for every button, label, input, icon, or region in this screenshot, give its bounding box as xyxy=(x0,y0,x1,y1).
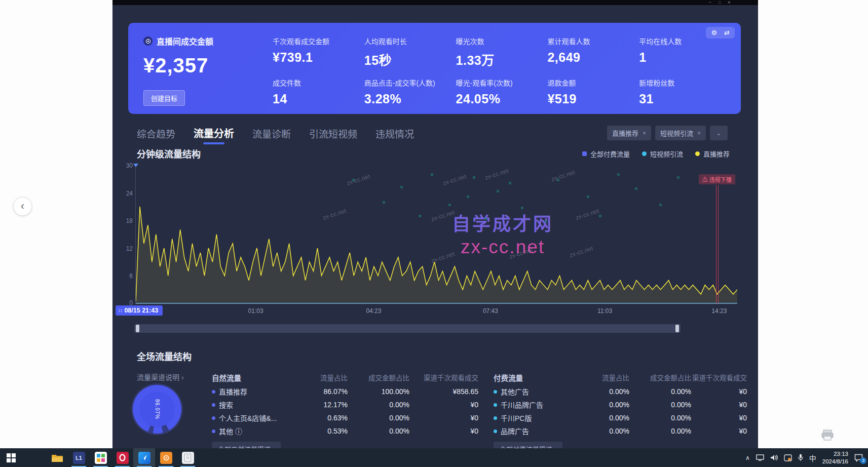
folder-icon xyxy=(51,453,63,463)
primary-metric-label: 直播间成交金额 xyxy=(143,35,273,47)
x-tick: 07:43 xyxy=(483,307,498,315)
system-tray: ∧ 中 23:13 2024/8/16 3 xyxy=(745,448,868,467)
donut-center: 86.07% xyxy=(139,392,175,427)
swap-icon[interactable]: ⇄ xyxy=(724,29,730,36)
taskbar-app-opera[interactable] xyxy=(111,448,133,467)
table-row[interactable]: 品牌广告 0.00% 0.00% ¥0 xyxy=(494,424,747,438)
metric-cell: 成交件数 14 xyxy=(273,77,359,106)
filter-chip-short-video[interactable]: 短视频引流 × xyxy=(655,126,706,140)
table-row[interactable]: 千川PC版 0.00% 0.00% ¥0 xyxy=(494,411,747,424)
metric-cell: 人均观看时长 15秒 xyxy=(364,36,451,68)
snip-tool-icon[interactable] xyxy=(784,454,792,461)
decor-speck xyxy=(467,196,469,198)
tab-short-video[interactable]: 引流短视频 xyxy=(309,127,357,144)
channel-explain-link[interactable]: 流量渠道说明 › xyxy=(137,372,184,382)
table-row[interactable]: 个人主页&店铺&... 0.63% 0.00% ¥0 xyxy=(212,411,478,424)
legend-marker xyxy=(695,151,700,156)
network-icon[interactable] xyxy=(756,454,764,461)
traffic-line-chart[interactable]: 30 24 18 12 6 0 自学成才网 zx-cc.net ⚠ 违规下播 z… xyxy=(135,165,737,304)
decor-speck xyxy=(635,187,637,190)
filter-chips: 直播推荐 × 短视频引流 × ⌄ xyxy=(607,126,728,140)
tray-date: 2024/8/16 xyxy=(822,458,848,465)
traffic-donut-chart[interactable]: 86.07% xyxy=(133,385,181,434)
tray-chevron-icon[interactable]: ∧ xyxy=(745,454,750,461)
remove-chip-icon[interactable]: × xyxy=(643,130,646,137)
taskbar-app-notepad[interactable] xyxy=(177,448,199,467)
metric-grid: 千次观看成交金额 ¥739.1 人均观看时长 15秒 曝光次数 1.33万 累计… xyxy=(273,35,726,104)
x-axis: ∷ 08/15 21:43 01:03 04:23 07:43 11:03 14… xyxy=(135,305,737,317)
windows-logo-icon xyxy=(7,453,16,462)
tray-clock[interactable]: 23:13 2024/8/16 xyxy=(822,450,848,465)
table-row[interactable]: 其他广告 0.00% 0.00% ¥0 xyxy=(494,385,747,398)
taskbar-app-office-hub[interactable] xyxy=(90,448,111,467)
decor-speck xyxy=(677,176,680,179)
violation-annotation[interactable]: ⚠ 违规下播 xyxy=(699,174,735,184)
series-bullet xyxy=(212,416,215,420)
tray-time: 23:13 xyxy=(822,450,848,457)
ime-indicator[interactable]: 中 xyxy=(809,453,816,463)
table-row[interactable]: 搜索 12.17% 0.00% ¥0 xyxy=(212,398,478,411)
filter-chip-live-recommend[interactable]: 直播推荐 × xyxy=(607,126,651,140)
section-tabs: 综合趋势 流量分析 流量诊断 引流短视频 违规情况 xyxy=(137,126,414,144)
opera-icon xyxy=(117,452,129,464)
metric-cell: 曝光-观看率(次数) 24.05% xyxy=(456,77,543,106)
chart-title: 分钟级流量结构 xyxy=(137,147,201,160)
gear-icon[interactable]: ⚙ xyxy=(711,29,717,36)
table-row[interactable]: 千川品牌广告 0.00% 0.00% ¥0 xyxy=(494,398,747,411)
filter-dropdown[interactable]: ⌄ xyxy=(710,126,728,140)
metric-cell: 平均在线人数 1 xyxy=(639,36,726,68)
app-title-bar: ─ □ ✕ xyxy=(112,0,758,5)
tab-traffic-analysis[interactable]: 流量分析 xyxy=(194,126,234,144)
y-tick: 24 xyxy=(121,190,133,197)
decor-speck xyxy=(383,201,385,204)
table-row[interactable]: 其他 ⓘ 0.53% 0.00% ¥0 xyxy=(212,424,478,438)
metric-cell: 千次观看成交金额 ¥739.1 xyxy=(273,36,359,68)
series-bullet xyxy=(494,430,497,433)
decor-speck xyxy=(484,218,487,220)
tab-violations[interactable]: 违规情况 xyxy=(375,127,414,144)
taskbar-app-orange[interactable] xyxy=(155,448,177,467)
window-controls[interactable]: ─ □ ✕ xyxy=(709,1,734,5)
pointer-icon xyxy=(138,452,150,464)
legend-item-paid[interactable]: 全部付费流量 xyxy=(582,149,630,159)
printer-icon[interactable] xyxy=(821,430,834,441)
analytics-app-window: ─ □ ✕ 直播间成交金额 ¥2,357 创建目标 千次观看成交金额 ¥739.… xyxy=(112,0,758,448)
legend-marker xyxy=(642,151,647,156)
chart-range-slider[interactable] xyxy=(134,324,681,333)
carousel-back-button[interactable]: ‹ xyxy=(13,197,32,216)
slider-handle-left[interactable] xyxy=(136,325,139,332)
start-time-tag[interactable]: ∷ 08/15 21:43 xyxy=(116,305,163,316)
tab-overall-trend[interactable]: 综合趋势 xyxy=(137,127,175,144)
slider-handle-right[interactable] xyxy=(675,325,679,332)
violation-marker-line xyxy=(716,185,719,303)
all-natural-channels-link[interactable]: 全部自然流量渠道 › xyxy=(212,442,281,448)
start-button[interactable] xyxy=(0,448,22,467)
taskbar-app-explorer[interactable] xyxy=(46,448,68,467)
orange-app-icon xyxy=(160,452,172,464)
banner-tools[interactable]: ⚙ ⇄ xyxy=(706,27,735,38)
decor-speck xyxy=(473,176,475,179)
series-bullet xyxy=(494,403,497,407)
decor-speck xyxy=(521,207,523,209)
notification-badge: 3 xyxy=(860,457,866,464)
series-bullet xyxy=(212,390,215,394)
remove-chip-icon[interactable]: × xyxy=(697,130,701,137)
microphone-icon[interactable] xyxy=(798,454,803,461)
decor-speck xyxy=(497,190,499,192)
create-goal-button[interactable]: 创建目标 xyxy=(143,90,185,106)
table-row[interactable]: 直播推荐 86.07% 100.00% ¥858.65 xyxy=(212,385,478,398)
decor-speck xyxy=(599,215,601,217)
legend-item-live-recommend[interactable]: 直播推荐 xyxy=(695,149,730,159)
volume-icon[interactable] xyxy=(770,454,778,461)
series-bullet xyxy=(212,430,215,433)
x-tick: 14:23 xyxy=(711,307,727,315)
legend-item-short-video[interactable]: 短视频引流 xyxy=(642,149,683,159)
taskbar-app-pointer-active[interactable] xyxy=(133,448,155,467)
y-tick: 18 xyxy=(121,217,133,224)
taskbar-app-l1[interactable]: L1 xyxy=(68,448,90,467)
notification-center-icon[interactable]: 3 xyxy=(854,454,863,462)
all-paid-channels-link[interactable]: 全部付费流量渠道 › xyxy=(494,442,562,448)
tab-traffic-diagnosis[interactable]: 流量诊断 xyxy=(252,127,291,144)
drag-handle-icon: ∷ xyxy=(119,308,122,314)
office-hub-icon xyxy=(95,452,107,464)
